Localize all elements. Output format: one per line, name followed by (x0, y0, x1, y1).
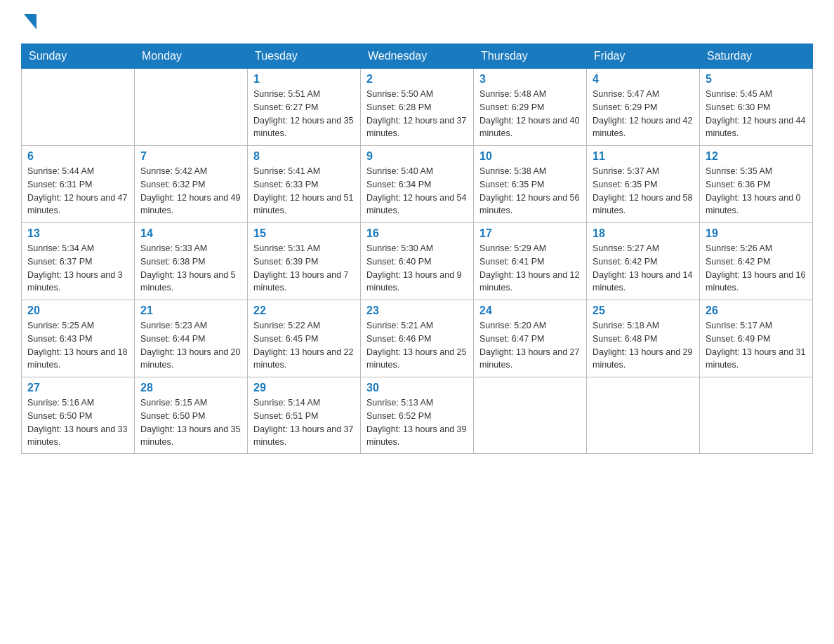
calendar-week-row: 20Sunrise: 5:25 AMSunset: 6:43 PMDayligh… (22, 300, 813, 377)
calendar-cell: 23Sunrise: 5:21 AMSunset: 6:46 PMDayligh… (361, 300, 474, 377)
calendar-cell: 8Sunrise: 5:41 AMSunset: 6:33 PMDaylight… (248, 146, 361, 223)
day-info: Sunrise: 5:20 AMSunset: 6:47 PMDaylight:… (479, 319, 581, 372)
calendar-cell (587, 377, 700, 454)
calendar-cell: 10Sunrise: 5:38 AMSunset: 6:35 PMDayligh… (474, 146, 587, 223)
day-number: 4 (593, 73, 694, 86)
day-number: 1 (253, 73, 355, 86)
calendar-cell: 13Sunrise: 5:34 AMSunset: 6:37 PMDayligh… (22, 223, 135, 300)
logo (21, 14, 39, 29)
day-info: Sunrise: 5:44 AMSunset: 6:31 PMDaylight:… (27, 165, 128, 217)
calendar-cell: 14Sunrise: 5:33 AMSunset: 6:38 PMDayligh… (135, 223, 248, 300)
day-number: 5 (706, 73, 807, 86)
calendar-cell: 22Sunrise: 5:22 AMSunset: 6:45 PMDayligh… (248, 300, 361, 377)
calendar-cell: 4Sunrise: 5:47 AMSunset: 6:29 PMDaylight… (587, 69, 700, 146)
weekday-header-wednesday: Wednesday (361, 44, 474, 69)
calendar-cell: 21Sunrise: 5:23 AMSunset: 6:44 PMDayligh… (135, 300, 248, 377)
day-info: Sunrise: 5:38 AMSunset: 6:35 PMDaylight:… (479, 165, 581, 217)
calendar-cell: 7Sunrise: 5:42 AMSunset: 6:32 PMDaylight… (135, 146, 248, 223)
weekday-header-row: SundayMondayTuesdayWednesdayThursdayFrid… (22, 44, 813, 69)
day-info: Sunrise: 5:35 AMSunset: 6:36 PMDaylight:… (706, 165, 807, 217)
day-info: Sunrise: 5:41 AMSunset: 6:33 PMDaylight:… (253, 165, 355, 217)
day-number: 22 (253, 304, 355, 317)
day-info: Sunrise: 5:45 AMSunset: 6:30 PMDaylight:… (706, 88, 807, 140)
day-info: Sunrise: 5:47 AMSunset: 6:29 PMDaylight:… (593, 88, 694, 140)
day-number: 25 (593, 304, 694, 317)
calendar-cell: 12Sunrise: 5:35 AMSunset: 6:36 PMDayligh… (700, 146, 813, 223)
day-info: Sunrise: 5:27 AMSunset: 6:42 PMDaylight:… (593, 242, 694, 295)
day-info: Sunrise: 5:21 AMSunset: 6:46 PMDaylight:… (366, 319, 468, 372)
calendar-cell: 29Sunrise: 5:14 AMSunset: 6:51 PMDayligh… (248, 377, 361, 454)
day-info: Sunrise: 5:40 AMSunset: 6:34 PMDaylight:… (366, 165, 468, 217)
calendar-table: SundayMondayTuesdayWednesdayThursdayFrid… (21, 43, 813, 454)
weekday-header-tuesday: Tuesday (248, 44, 361, 69)
day-info: Sunrise: 5:16 AMSunset: 6:50 PMDaylight:… (27, 396, 128, 449)
calendar-cell: 9Sunrise: 5:40 AMSunset: 6:34 PMDaylight… (361, 146, 474, 223)
calendar-cell: 2Sunrise: 5:50 AMSunset: 6:28 PMDaylight… (361, 69, 474, 146)
day-info: Sunrise: 5:42 AMSunset: 6:32 PMDaylight:… (140, 165, 241, 217)
day-number: 30 (366, 382, 468, 394)
day-number: 12 (706, 150, 807, 163)
day-number: 27 (27, 382, 128, 394)
calendar-cell: 11Sunrise: 5:37 AMSunset: 6:35 PMDayligh… (587, 146, 700, 223)
calendar-cell: 3Sunrise: 5:48 AMSunset: 6:29 PMDaylight… (474, 69, 587, 146)
day-number: 8 (253, 150, 355, 163)
calendar-cell: 24Sunrise: 5:20 AMSunset: 6:47 PMDayligh… (474, 300, 587, 377)
calendar-cell: 25Sunrise: 5:18 AMSunset: 6:48 PMDayligh… (587, 300, 700, 377)
page-header (21, 14, 813, 29)
calendar-cell: 19Sunrise: 5:26 AMSunset: 6:42 PMDayligh… (700, 223, 813, 300)
calendar-cell (474, 377, 587, 454)
day-info: Sunrise: 5:51 AMSunset: 6:27 PMDaylight:… (253, 88, 355, 140)
day-info: Sunrise: 5:22 AMSunset: 6:45 PMDaylight:… (253, 319, 355, 372)
day-info: Sunrise: 5:30 AMSunset: 6:40 PMDaylight:… (366, 242, 468, 295)
weekday-header-monday: Monday (135, 44, 248, 69)
weekday-header-thursday: Thursday (474, 44, 587, 69)
day-info: Sunrise: 5:37 AMSunset: 6:35 PMDaylight:… (593, 165, 694, 217)
day-number: 24 (479, 304, 581, 317)
day-number: 23 (366, 304, 468, 317)
calendar-cell: 20Sunrise: 5:25 AMSunset: 6:43 PMDayligh… (22, 300, 135, 377)
day-info: Sunrise: 5:25 AMSunset: 6:43 PMDaylight:… (27, 319, 128, 372)
day-number: 15 (253, 227, 355, 240)
calendar-cell: 17Sunrise: 5:29 AMSunset: 6:41 PMDayligh… (474, 223, 587, 300)
logo-triangle-icon (24, 14, 37, 29)
calendar-cell: 16Sunrise: 5:30 AMSunset: 6:40 PMDayligh… (361, 223, 474, 300)
day-number: 9 (366, 150, 468, 163)
day-number: 3 (479, 73, 581, 86)
calendar-cell: 28Sunrise: 5:15 AMSunset: 6:50 PMDayligh… (135, 377, 248, 454)
day-number: 19 (706, 227, 807, 240)
day-number: 13 (27, 227, 128, 240)
calendar-cell: 18Sunrise: 5:27 AMSunset: 6:42 PMDayligh… (587, 223, 700, 300)
day-number: 21 (140, 304, 241, 317)
calendar-cell: 1Sunrise: 5:51 AMSunset: 6:27 PMDaylight… (248, 69, 361, 146)
calendar-cell (135, 69, 248, 146)
calendar-cell: 30Sunrise: 5:13 AMSunset: 6:52 PMDayligh… (361, 377, 474, 454)
calendar-cell (700, 377, 813, 454)
day-info: Sunrise: 5:17 AMSunset: 6:49 PMDaylight:… (706, 319, 807, 372)
day-info: Sunrise: 5:15 AMSunset: 6:50 PMDaylight:… (140, 396, 241, 449)
calendar-cell: 15Sunrise: 5:31 AMSunset: 6:39 PMDayligh… (248, 223, 361, 300)
day-info: Sunrise: 5:50 AMSunset: 6:28 PMDaylight:… (366, 88, 468, 140)
day-info: Sunrise: 5:34 AMSunset: 6:37 PMDaylight:… (27, 242, 128, 295)
day-info: Sunrise: 5:31 AMSunset: 6:39 PMDaylight:… (253, 242, 355, 295)
day-number: 16 (366, 227, 468, 240)
calendar-cell: 5Sunrise: 5:45 AMSunset: 6:30 PMDaylight… (700, 69, 813, 146)
day-info: Sunrise: 5:48 AMSunset: 6:29 PMDaylight:… (479, 88, 581, 140)
calendar-cell: 26Sunrise: 5:17 AMSunset: 6:49 PMDayligh… (700, 300, 813, 377)
calendar-week-row: 13Sunrise: 5:34 AMSunset: 6:37 PMDayligh… (22, 223, 813, 300)
day-number: 10 (479, 150, 581, 163)
calendar-week-row: 27Sunrise: 5:16 AMSunset: 6:50 PMDayligh… (22, 377, 813, 454)
day-info: Sunrise: 5:33 AMSunset: 6:38 PMDaylight:… (140, 242, 241, 295)
day-number: 11 (593, 150, 694, 163)
day-number: 17 (479, 227, 581, 240)
calendar-cell (22, 69, 135, 146)
calendar-week-row: 1Sunrise: 5:51 AMSunset: 6:27 PMDaylight… (22, 69, 813, 146)
calendar-cell: 6Sunrise: 5:44 AMSunset: 6:31 PMDaylight… (22, 146, 135, 223)
weekday-header-sunday: Sunday (22, 44, 135, 69)
day-number: 6 (27, 150, 128, 163)
day-info: Sunrise: 5:18 AMSunset: 6:48 PMDaylight:… (593, 319, 694, 372)
day-number: 14 (140, 227, 241, 240)
day-number: 20 (27, 304, 128, 317)
day-number: 7 (140, 150, 241, 163)
day-number: 28 (140, 382, 241, 394)
day-info: Sunrise: 5:29 AMSunset: 6:41 PMDaylight:… (479, 242, 581, 295)
